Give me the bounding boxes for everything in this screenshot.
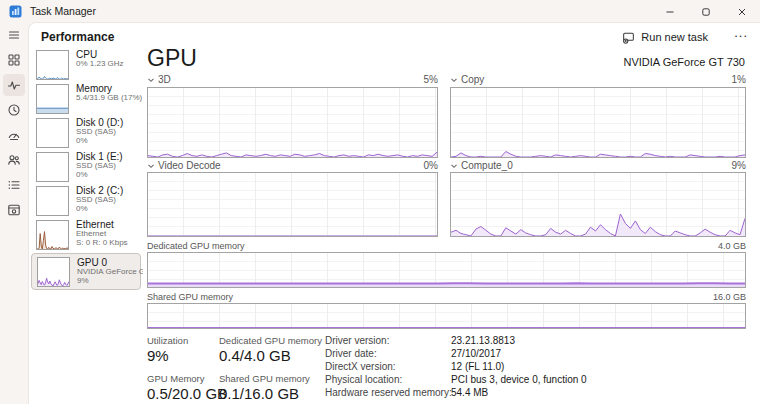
physical-location-row: Physical location: PCI bus 3, device 0, … bbox=[325, 374, 587, 385]
list-item-ethernet[interactable]: Ethernet Ethernet S: 0 R: 0 Kbps bbox=[33, 219, 141, 253]
driver-date-row: Driver date: 27/10/2017 bbox=[325, 348, 501, 359]
dedicated-memory-chart-title: Dedicated GPU memory bbox=[147, 241, 245, 251]
gpu0-thumbnail bbox=[37, 257, 70, 287]
gpu0-item-name: GPU 0 bbox=[77, 257, 143, 268]
sidebar-item-app-history[interactable] bbox=[3, 99, 25, 121]
navigation-rail bbox=[0, 22, 28, 404]
run-new-task-icon bbox=[622, 31, 635, 44]
cpu-item-name: CPU bbox=[76, 49, 142, 60]
shared-memory-chart-title: Shared GPU memory bbox=[147, 292, 233, 302]
minimize-button[interactable] bbox=[652, 0, 688, 24]
utilization-value: 9% bbox=[147, 347, 169, 364]
more-options-button[interactable]: ... bbox=[734, 25, 748, 40]
users-icon bbox=[7, 153, 21, 167]
close-icon bbox=[736, 6, 748, 18]
sidebar-item-services[interactable] bbox=[3, 199, 25, 221]
disk2-item-name: Disk 2 (C:) bbox=[76, 185, 142, 196]
window-controls bbox=[652, 0, 760, 24]
ethernet-item-name: Ethernet bbox=[76, 219, 142, 230]
driver-version-value: 23.21.13.8813 bbox=[451, 335, 515, 346]
memory-thumbnail bbox=[36, 84, 69, 114]
shared-memory-chart-max: 16.0 GB bbox=[686, 292, 746, 302]
list-item-disk0[interactable]: Disk 0 (D:) SSD (SAS) 0% bbox=[33, 117, 141, 151]
chart-dedicated-memory bbox=[147, 252, 746, 288]
chevron-down-icon bbox=[450, 162, 458, 170]
shared-memory-label: Shared GPU memory bbox=[219, 373, 310, 384]
maximize-icon bbox=[700, 6, 712, 18]
performance-icon bbox=[7, 78, 21, 92]
chart-title-3d: 3D bbox=[158, 74, 171, 85]
disk0-item-usage: 0% bbox=[76, 137, 142, 146]
ethernet-item-usage: S: 0 R: 0 Kbps bbox=[76, 239, 142, 248]
disk0-thumbnail bbox=[36, 118, 69, 148]
gauge-icon bbox=[7, 128, 21, 142]
disk1-item-usage: 0% bbox=[76, 171, 142, 180]
directx-version-value: 12 (FL 11.0) bbox=[451, 361, 504, 372]
sidebar-item-processes[interactable] bbox=[3, 49, 25, 71]
chevron-down-icon bbox=[147, 162, 155, 170]
chevron-down-icon bbox=[450, 76, 458, 84]
chart-value-copy: 1% bbox=[686, 74, 746, 85]
driver-date-value: 27/10/2017 bbox=[451, 348, 501, 359]
shared-memory-value: 0.1/16.0 GB bbox=[219, 385, 299, 402]
list-item-memory[interactable]: Memory 5.4/31.9 GB (17%) bbox=[33, 83, 141, 117]
processes-icon bbox=[7, 53, 21, 67]
titlebar: Task Manager bbox=[0, 0, 760, 22]
disk2-thumbnail bbox=[36, 186, 69, 216]
list-item-disk2[interactable]: Disk 2 (C:) SSD (SAS) 0% bbox=[33, 185, 141, 219]
memory-item-name: Memory bbox=[76, 83, 142, 94]
disk0-item-name: Disk 0 (D:) bbox=[76, 117, 142, 128]
task-manager-window: Task Manager bbox=[0, 0, 760, 404]
list-item-cpu[interactable]: CPU 0% 1.23 GHz bbox=[33, 49, 141, 83]
chart-compute0 bbox=[450, 172, 746, 237]
list-item-disk1[interactable]: Disk 1 (E:) SSD (SAS) 0% bbox=[33, 151, 141, 185]
page-title: Performance bbox=[41, 30, 114, 44]
dedicated-memory-value: 0.4/4.0 GB bbox=[219, 347, 291, 364]
list-item-gpu0[interactable]: GPU 0 NVIDIA GeForce GT ... 9% bbox=[31, 253, 141, 290]
disk2-item-detail: SSD (SAS) bbox=[76, 196, 142, 205]
cpu-item-detail: 0% 1.23 GHz bbox=[76, 60, 142, 69]
run-new-task-button[interactable]: Run new task bbox=[616, 27, 714, 47]
directx-version-row: DirectX version: 12 (FL 11.0) bbox=[325, 361, 504, 372]
selected-accent-bar bbox=[0, 78, 3, 92]
chart-value-compute0: 9% bbox=[686, 160, 746, 171]
chart-title-copy: Copy bbox=[461, 74, 484, 85]
menu-button[interactable] bbox=[3, 24, 25, 46]
gpu-memory-label: GPU Memory bbox=[147, 373, 205, 384]
ethernet-item-detail: Ethernet bbox=[76, 230, 142, 239]
chevron-down-icon bbox=[147, 76, 155, 84]
chart-3d bbox=[147, 87, 438, 158]
cpu-thumbnail bbox=[36, 50, 69, 80]
list-icon bbox=[7, 178, 21, 192]
sidebar-item-startup-apps[interactable] bbox=[3, 124, 25, 146]
chart-header-video-decode[interactable]: Video Decode bbox=[147, 160, 221, 171]
physical-location-label: Physical location: bbox=[325, 374, 451, 385]
chart-header-compute0[interactable]: Compute_0 bbox=[450, 160, 513, 171]
chart-header-copy[interactable]: Copy bbox=[450, 74, 484, 85]
driver-version-label: Driver version: bbox=[325, 335, 451, 346]
hardware-reserved-row: Hardware reserved memory: 54.4 MB bbox=[325, 387, 488, 398]
physical-location-value: PCI bus 3, device 0, function 0 bbox=[451, 374, 587, 385]
chart-video-decode bbox=[147, 172, 438, 237]
chart-value-video-decode: 0% bbox=[378, 160, 438, 171]
sidebar-item-details[interactable] bbox=[3, 174, 25, 196]
close-button[interactable] bbox=[724, 0, 760, 24]
sidebar-item-performance[interactable] bbox=[3, 74, 25, 96]
gpu-section-title: GPU bbox=[147, 45, 197, 72]
disk1-item-detail: SSD (SAS) bbox=[76, 162, 142, 171]
gpu-device-name: NVIDIA GeForce GT 730 bbox=[624, 56, 745, 68]
main-panel: Performance Run new task ... CPU 0% 1.23… bbox=[28, 22, 760, 404]
chart-header-3d[interactable]: 3D bbox=[147, 74, 171, 85]
directx-version-label: DirectX version: bbox=[325, 361, 451, 372]
chart-title-video-decode: Video Decode bbox=[158, 160, 221, 171]
window-title: Task Manager bbox=[30, 5, 96, 17]
maximize-button[interactable] bbox=[688, 0, 724, 24]
gpu0-item-detail: NVIDIA GeForce GT ... bbox=[77, 268, 143, 277]
sidebar-item-users[interactable] bbox=[3, 149, 25, 171]
chart-value-3d: 5% bbox=[378, 74, 438, 85]
disk2-item-usage: 0% bbox=[76, 205, 142, 214]
memory-item-detail: 5.4/31.9 GB (17%) bbox=[76, 94, 142, 103]
task-manager-app-icon bbox=[9, 5, 22, 18]
hardware-reserved-value: 54.4 MB bbox=[451, 387, 488, 398]
chart-title-compute0: Compute_0 bbox=[461, 160, 513, 171]
